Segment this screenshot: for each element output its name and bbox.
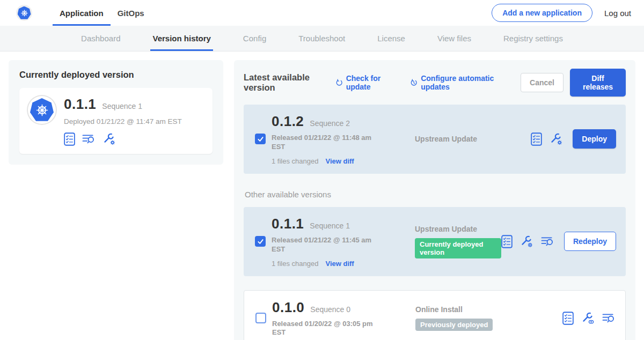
add-application-button[interactable]: Add a new application [492, 4, 592, 22]
release-notes-icon[interactable] [541, 236, 554, 247]
latest-available-title: Latest available version [244, 72, 328, 93]
preflight-checks-icon[interactable] [501, 235, 513, 248]
edit-config-icon[interactable] [103, 132, 116, 146]
subnav-tab-view-files[interactable]: View files [435, 26, 473, 51]
tab-application-label: Application [60, 9, 104, 18]
preflight-checks-icon[interactable] [562, 312, 574, 325]
subnav-tab-config[interactable]: Config [241, 26, 268, 51]
release-notes-icon[interactable] [82, 134, 96, 145]
deployed-version-card: 0.1.1 Sequence 1 Deployed 01/21/22 @ 11:… [19, 88, 213, 154]
version-source-label: Upstream Update [415, 225, 501, 233]
sequence-label: Sequence 0 [310, 305, 350, 314]
version-number: 0.1.1 [272, 216, 304, 232]
tab-application[interactable]: Application [53, 0, 111, 26]
available-versions-panel: Latest available version Check for updat… [234, 60, 635, 340]
version-checkbox[interactable] [255, 313, 266, 323]
tab-gitops[interactable]: GitOps [111, 0, 151, 26]
tab-gitops-label: GitOps [118, 9, 144, 18]
check-for-update-label: Check for update [346, 74, 397, 91]
version-row-0-1-0: 0.1.0 Sequence 0 Released 01/20/22 @ 03:… [244, 290, 626, 340]
logout-button[interactable]: Log out [604, 9, 631, 18]
currently-deployed-badge: Currently deployed version [415, 238, 501, 258]
check-for-update-link[interactable]: Check for update [335, 74, 397, 91]
subnav-tab-version-history[interactable]: Version history [150, 26, 213, 51]
deploy-button[interactable]: Deploy [573, 129, 616, 149]
version-checkbox[interactable] [255, 134, 266, 144]
main-content: Currently deployed version 0.1.1 Sequenc… [0, 51, 644, 340]
currently-deployed-panel: Currently deployed version 0.1.1 Sequenc… [9, 60, 223, 165]
kubernetes-wheel-icon [34, 102, 50, 118]
view-config-icon[interactable] [581, 312, 595, 325]
app-version-logo [28, 96, 56, 124]
deployed-version-number: 0.1.1 [64, 96, 96, 113]
check-icon [257, 135, 265, 143]
currently-deployed-title: Currently deployed version [19, 70, 213, 80]
previously-deployed-badge: Previously deployed [415, 319, 493, 331]
subnav-tab-registry-settings[interactable]: Registry settings [501, 26, 565, 51]
released-timestamp: Released 01/21/22 @ 11:48 am EST [272, 134, 375, 152]
version-source-label: Online Install [415, 305, 562, 314]
top-nav: Application GitOps Add a new application… [0, 0, 644, 26]
version-row-0-1-2: 0.1.2 Sequence 2 Released 01/21/22 @ 11:… [244, 105, 626, 174]
subnav-tab-troubleshoot[interactable]: Troubleshoot [296, 26, 347, 51]
app-logo [16, 0, 32, 26]
cancel-button[interactable]: Cancel [521, 73, 564, 92]
sequence-label: Sequence 1 [310, 221, 350, 230]
version-number: 0.1.0 [272, 299, 304, 316]
released-timestamp: Released 01/20/22 @ 03:05 pm EST [272, 320, 375, 338]
edit-config-icon[interactable] [520, 235, 533, 248]
check-icon [257, 238, 265, 246]
deployed-timestamp: Deployed 01/21/22 @ 11:47 am EST [64, 117, 182, 125]
kubernetes-logo [16, 5, 32, 21]
version-row-0-1-1: 0.1.1 Sequence 1 Released 01/21/22 @ 11:… [244, 207, 626, 276]
version-checkbox[interactable] [255, 236, 266, 247]
kubernetes-wheel-icon [20, 9, 29, 18]
available-versions-header: Latest available version Check for updat… [244, 69, 626, 97]
view-diff-link[interactable]: View diff [325, 260, 354, 268]
app-sub-nav: Dashboard Version history Config Trouble… [0, 26, 644, 51]
sequence-label: Sequence 2 [310, 119, 350, 128]
subnav-tab-license[interactable]: License [375, 26, 407, 51]
released-timestamp: Released 01/21/22 @ 11:45 am EST [272, 236, 375, 254]
version-number: 0.1.2 [272, 113, 304, 130]
edit-config-icon[interactable] [550, 132, 563, 146]
preflight-checks-icon[interactable] [531, 132, 542, 146]
deployed-sequence-label: Sequence 1 [102, 102, 142, 110]
preflight-checks-icon[interactable] [64, 132, 75, 146]
refresh-icon [335, 78, 343, 87]
files-changed-label: 1 files changed [272, 260, 318, 268]
subnav-tab-dashboard[interactable]: Dashboard [79, 26, 122, 51]
version-source-label: Upstream Update [415, 135, 531, 143]
files-changed-label: 1 files changed [272, 157, 318, 165]
diff-releases-button[interactable]: Diff releases [570, 69, 626, 97]
redeploy-button[interactable]: Redeploy [564, 232, 616, 251]
configure-automatic-updates-link[interactable]: Configure automatic updates [410, 74, 508, 91]
clock-refresh-icon [410, 78, 418, 87]
configure-automatic-updates-label: Configure automatic updates [421, 74, 508, 91]
other-available-versions-title: Other available versions [245, 190, 626, 199]
release-notes-icon[interactable] [602, 313, 616, 324]
view-diff-link[interactable]: View diff [325, 157, 354, 165]
